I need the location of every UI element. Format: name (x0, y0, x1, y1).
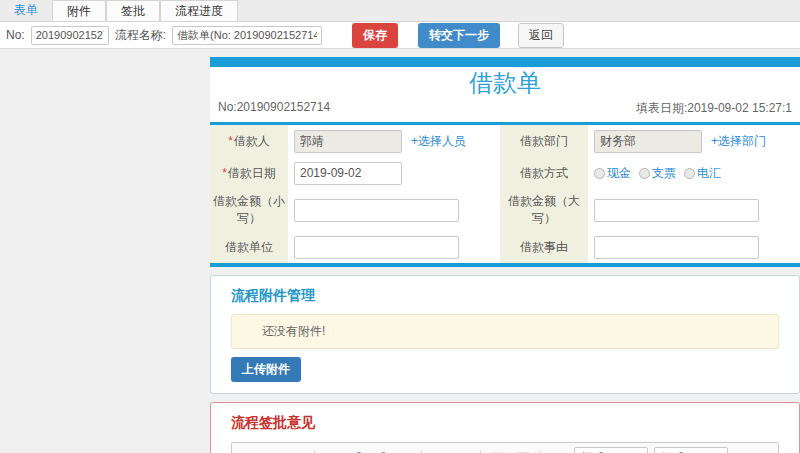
attachments-panel: 流程附件管理 还没有附件! 上传附件 (210, 275, 800, 394)
process-name-label: 流程名称: (115, 27, 166, 44)
dept-field-cell: +选择部门 (588, 125, 800, 157)
save-button[interactable]: 保存 (352, 23, 398, 48)
rich-text-editor: B I abc (231, 442, 779, 453)
strikethrough-icon[interactable]: abc (286, 448, 308, 453)
radio-check-label: 支票 (652, 165, 676, 182)
tab-signoff[interactable]: 签批 (106, 0, 160, 21)
upload-attachment-button[interactable]: 上传附件 (231, 357, 301, 382)
loan-unit-label: 借款单位 (210, 231, 288, 263)
loan-unit-label-text: 借款单位 (225, 239, 273, 256)
amount-small-label: 借款金额（小写） (210, 189, 288, 231)
loan-date-label-text: 借款日期 (228, 165, 276, 182)
borrower-input[interactable] (294, 130, 402, 153)
radio-cash[interactable]: 现金 (594, 165, 631, 182)
tab-bar: 表单 附件 签批 流程进度 (0, 0, 800, 22)
borrower-label-text: 借款人 (234, 133, 270, 150)
radio-check[interactable]: 支票 (639, 165, 676, 182)
main-content: 借款单 No:20190902152714 填表日期:2019-09-02 15… (210, 50, 800, 453)
ordered-list-icon[interactable] (428, 448, 450, 453)
forward-next-step-button[interactable]: 转交下一步 (418, 23, 500, 48)
tab-form[interactable]: 表单 (0, 0, 52, 21)
back-button[interactable]: 返回 (518, 23, 564, 48)
italic-icon[interactable]: I (262, 448, 284, 453)
outdent-icon[interactable] (487, 448, 509, 453)
blockquote-icon[interactable]: ” (546, 448, 568, 453)
loan-unit-field-cell (288, 231, 500, 263)
loan-date-input[interactable] (294, 162, 402, 185)
amount-big-label: 借款金额（大写） (500, 189, 588, 231)
radio-cash-label: 现金 (607, 165, 631, 182)
amount-small-label-text: 借款金额（小写） (213, 193, 285, 227)
radio-circle-icon[interactable] (639, 168, 650, 179)
loan-reason-label-text: 借款事由 (520, 239, 568, 256)
no-attachments-alert: 还没有附件! (231, 314, 779, 349)
dept-label-text: 借款部门 (520, 133, 568, 150)
loan-reason-field-cell (588, 231, 800, 263)
select-person-link[interactable]: +选择人员 (411, 133, 466, 150)
loan-reason-label: 借款事由 (500, 231, 588, 263)
attachments-heading: 流程附件管理 (231, 287, 779, 305)
link-icon[interactable] (345, 448, 367, 453)
remove-format-icon[interactable] (321, 448, 343, 453)
toolbar: No: 流程名称: 保存 转交下一步 返回 (0, 22, 800, 49)
unlink-icon[interactable] (369, 448, 391, 453)
required-mark: * (222, 166, 227, 180)
style-select[interactable]: 样式 ▼ (574, 447, 648, 453)
loan-method-label: 借款方式 (500, 157, 588, 189)
form-grid: * 借款人 +选择人员 借款部门 +选择部门 * 借款日期 (210, 125, 800, 263)
radio-circle-icon[interactable] (594, 168, 605, 179)
dept-label: 借款部门 (500, 125, 588, 157)
tab-attachments[interactable]: 附件 (52, 0, 106, 21)
radio-wire[interactable]: 电汇 (684, 165, 721, 182)
loan-reason-input[interactable] (594, 236, 759, 259)
amount-small-field-cell (288, 189, 500, 231)
required-mark: * (228, 134, 233, 148)
amount-big-input[interactable] (594, 199, 759, 222)
loan-form-section: 借款单 No:20190902152714 填表日期:2019-09-02 15… (210, 57, 800, 267)
radio-circle-icon[interactable] (684, 168, 695, 179)
tab-process-progress[interactable]: 流程进度 (160, 0, 238, 21)
indent-icon[interactable] (511, 448, 533, 453)
anchor-flag-icon[interactable] (393, 448, 415, 453)
bold-icon[interactable]: B (238, 448, 260, 453)
amount-small-input[interactable] (294, 199, 459, 222)
form-no-text: No:20190902152714 (218, 100, 330, 117)
form-title: 借款单 (210, 67, 800, 99)
borrower-label: * 借款人 (210, 125, 288, 157)
signoff-heading: 流程签批意见 (231, 414, 779, 432)
signoff-panel: 流程签批意见 B I abc (210, 402, 800, 453)
loan-date-field-cell (288, 157, 500, 189)
dept-input[interactable] (594, 130, 702, 153)
loan-method-label-text: 借款方式 (520, 165, 568, 182)
format-select-value: 格式 (661, 450, 685, 453)
radio-wire-label: 电汇 (697, 165, 721, 182)
form-meta-row: No:20190902152714 填表日期:2019-09-02 15:27:… (210, 99, 800, 122)
loan-method-radio-group: 现金 支票 电汇 (594, 165, 721, 182)
bullet-list-icon[interactable] (452, 448, 474, 453)
style-select-value: 样式 (581, 450, 605, 453)
editor-toolbar: B I abc (232, 443, 778, 453)
loan-method-field-cell: 现金 支票 电汇 (588, 157, 800, 189)
borrower-field-cell: +选择人员 (288, 125, 500, 157)
amount-big-field-cell (588, 189, 800, 231)
form-date-text: 填表日期:2019-09-02 15:27:1 (636, 100, 792, 117)
format-select[interactable]: 格式 ▼ (654, 447, 728, 453)
form-top-accent-bar (210, 57, 800, 67)
process-name-input[interactable] (172, 26, 322, 45)
loan-unit-input[interactable] (294, 236, 459, 259)
no-label: No: (6, 28, 25, 42)
loan-date-label: * 借款日期 (210, 157, 288, 189)
select-dept-link[interactable]: +选择部门 (711, 133, 766, 150)
form-bottom-accent-bar (210, 263, 800, 267)
no-input[interactable] (31, 26, 109, 45)
amount-big-label-text: 借款金额（大写） (503, 193, 585, 227)
